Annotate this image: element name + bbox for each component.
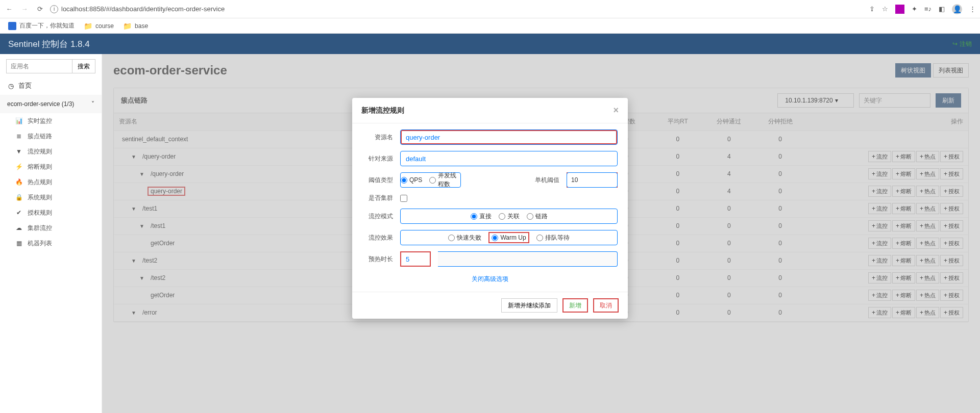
reload-button[interactable]: ⟳ [35, 4, 45, 14]
clock-icon: ◷ [7, 82, 14, 90]
bar-icon: 📊 [15, 117, 22, 124]
warmup-input[interactable] [400, 251, 431, 267]
thread-radio[interactable]: 并发线程数 [429, 171, 460, 189]
effect-queue-radio[interactable]: 排队等待 [536, 234, 570, 242]
qps-radio[interactable]: QPS [401, 176, 422, 184]
threshold-value-label: 单机阈值 [535, 176, 559, 185]
logout-icon: ↪ [952, 40, 958, 47]
effect-label: 流控效果 [362, 234, 393, 242]
threshold-type-label: 阈值类型 [362, 176, 393, 185]
resource-label: 资源名 [362, 133, 393, 142]
site-info-icon[interactable]: i [50, 5, 58, 13]
filter-icon: ▼ [15, 148, 22, 155]
warmup-input-tail [438, 251, 618, 267]
sidebar-item-check[interactable]: ✔授权规则 [0, 205, 102, 220]
bookmark-course[interactable]: 📁course [84, 22, 114, 30]
limitapp-label: 针对来源 [362, 154, 393, 163]
browser-toolbar: ← → ⟳ i localhost:8858/#/dashboard/ident… [0, 0, 980, 18]
cancel-button[interactable]: 取消 [593, 298, 619, 313]
star-icon[interactable]: ☆ [882, 5, 888, 13]
mode-chain-radio[interactable]: 链路 [527, 212, 548, 221]
panel-icon[interactable]: ◧ [939, 5, 945, 13]
sidebar-item-fire[interactable]: 🔥热点规则 [0, 174, 102, 190]
address-bar[interactable]: i localhost:8858/#/dashboard/identity/ec… [50, 5, 864, 13]
threshold-value-input[interactable] [567, 172, 618, 188]
mode-link-radio[interactable]: 关联 [499, 212, 520, 221]
chevron-down-icon: ˅ [91, 100, 94, 108]
nav-app-toggle[interactable]: ecom-order-service (1/3)˅ [0, 95, 102, 113]
share-icon[interactable]: ⇪ [869, 5, 875, 13]
bolt-icon: ⚡ [15, 163, 22, 170]
extension-icon[interactable] [895, 5, 904, 14]
back-button[interactable]: ← [4, 4, 14, 14]
check-icon: ✔ [15, 209, 22, 216]
bookmarks-bar: 百度一下，你就知道 📁course 📁base [0, 18, 980, 34]
music-queue-icon[interactable]: ≡♪ [924, 5, 932, 13]
mode-direct-radio[interactable]: 直接 [471, 212, 492, 221]
profile-avatar[interactable]: 👤 [952, 4, 962, 14]
sidebar-item-lock[interactable]: 🔒系统规则 [0, 190, 102, 205]
effect-fast-radio[interactable]: 快速失败 [448, 234, 481, 242]
bookmark-base[interactable]: 📁base [123, 22, 148, 30]
effect-group: 快速失败 Warm Up 排队等待 [400, 230, 618, 245]
warm-label: 预热时长 [362, 255, 393, 264]
flow-rule-modal: 新增流控规则 × 资源名 针对来源 阈值类型 QPS 并发线程数 单机阈值 [352, 98, 628, 319]
sidebar-item-list[interactable]: ≣簇点链路 [0, 128, 102, 144]
kebab-menu-icon[interactable]: ⋮ [969, 5, 976, 13]
mode-label: 流控模式 [362, 212, 393, 221]
cluster-label: 是否集群 [362, 194, 393, 202]
list-icon: ≣ [15, 133, 22, 140]
cloud-icon: ☁ [15, 224, 22, 231]
lock-icon: 🔒 [15, 194, 22, 201]
app-search-input[interactable] [6, 59, 72, 73]
paw-icon [8, 22, 16, 30]
bookmark-baidu[interactable]: 百度一下，你就知道 [8, 21, 75, 30]
sidebar-item-bar[interactable]: 📊实时监控 [0, 113, 102, 128]
app-title: Sentinel 控制台 1.8.4 [8, 38, 90, 50]
fire-icon: 🔥 [15, 178, 22, 186]
modal-title: 新增流控规则 [361, 106, 404, 115]
url-text: localhost:8858/#/dashboard/identity/ecom… [61, 5, 225, 13]
sidebar-item-grid[interactable]: ▦机器列表 [0, 236, 102, 251]
add-and-continue-button[interactable]: 新增并继续添加 [501, 298, 557, 313]
folder-icon: 📁 [123, 22, 132, 30]
close-advanced-link[interactable]: 关闭高级选项 [362, 273, 618, 288]
resource-input[interactable] [400, 130, 618, 145]
nav-home[interactable]: ◷首页 [0, 76, 102, 95]
grid-icon: ▦ [15, 240, 22, 247]
mode-group: 直接 关联 链路 [400, 209, 618, 224]
cluster-checkbox[interactable] [400, 195, 407, 202]
limitapp-input[interactable] [400, 151, 618, 166]
close-icon[interactable]: × [613, 105, 619, 116]
puzzle-icon[interactable]: ✦ [912, 5, 917, 13]
sidebar-item-cloud[interactable]: ☁集群流控 [0, 220, 102, 236]
add-button[interactable]: 新增 [562, 298, 588, 313]
sidebar-item-filter[interactable]: ▼流控规则 [0, 144, 102, 159]
sidebar-item-bolt[interactable]: ⚡熔断规则 [0, 159, 102, 174]
threshold-type-group: QPS 并发线程数 [400, 172, 461, 188]
logout-link[interactable]: ↪注销 [952, 40, 972, 48]
app-search-button[interactable]: 搜索 [72, 59, 95, 73]
forward-button[interactable]: → [19, 4, 30, 14]
sidebar: 搜索 ◷首页 ecom-order-service (1/3)˅ 📊实时监控≣簇… [0, 54, 102, 413]
browser-actions: ⇪ ☆ ✦ ≡♪ ◧ 👤 ⋮ [869, 4, 976, 14]
app-header: Sentinel 控制台 1.8.4 ↪注销 [0, 34, 980, 54]
effect-warm-radio[interactable]: Warm Up [492, 234, 526, 241]
folder-icon: 📁 [84, 22, 92, 30]
